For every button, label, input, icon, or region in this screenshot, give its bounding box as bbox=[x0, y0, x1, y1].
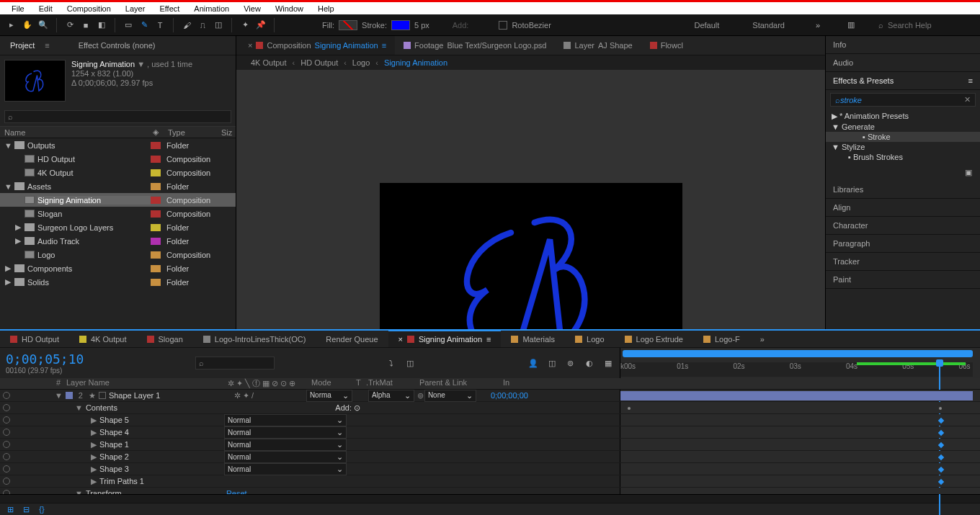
layer-row[interactable]: ▶Shape 5Normal⌄ bbox=[0, 414, 980, 426]
col-name[interactable]: Name bbox=[0, 128, 148, 137]
timeline-tab[interactable]: × Signing Animation ≡ bbox=[388, 331, 502, 347]
layer-row[interactable]: ▶Shape 3Normal⌄ bbox=[0, 463, 980, 475]
eraser-icon[interactable]: ◫ bbox=[213, 19, 224, 31]
effect-item[interactable]: ▼ Stylize bbox=[826, 142, 980, 152]
viewer-tab[interactable]: Footage Blue Text/Surgeon Logo.psd bbox=[395, 36, 555, 55]
tree-row[interactable]: ▼OutputsFolder bbox=[0, 138, 236, 152]
col-siz[interactable]: Siz bbox=[217, 128, 236, 137]
menu-help[interactable]: Help bbox=[311, 1, 342, 16]
zoom-icon[interactable]: 🔍 bbox=[37, 19, 49, 31]
menu-window[interactable]: Window bbox=[268, 1, 311, 16]
timeline-tab[interactable]: Logo Extrude bbox=[615, 331, 693, 347]
stamp-icon[interactable]: ⎍ bbox=[197, 19, 208, 31]
visibility-icon[interactable] bbox=[3, 429, 10, 436]
clear-icon[interactable]: ✕ bbox=[964, 95, 971, 104]
selection-tool-icon[interactable]: ▸ bbox=[6, 19, 17, 31]
current-timecode[interactable]: 0;00;05;10 bbox=[6, 351, 84, 367]
timeline-tab[interactable]: 4K Output bbox=[69, 331, 137, 347]
viewer-tab[interactable]: Flowcl bbox=[641, 36, 695, 55]
panel-menu-icon[interactable]: ≡ bbox=[486, 335, 491, 344]
menu-view[interactable]: View bbox=[236, 1, 268, 16]
panel-tracker[interactable]: Tracker bbox=[826, 253, 980, 271]
help-search-input[interactable] bbox=[888, 21, 974, 30]
in-time[interactable]: 0;00;00;00 bbox=[491, 391, 528, 400]
pan-behind-icon[interactable]: ◧ bbox=[96, 19, 107, 31]
shy-icon[interactable]: 👤 bbox=[527, 357, 539, 369]
effects-search-input[interactable] bbox=[840, 96, 964, 104]
close-icon[interactable]: × bbox=[398, 335, 403, 344]
visibility-icon[interactable] bbox=[3, 404, 10, 411]
visibility-icon[interactable] bbox=[3, 392, 10, 399]
trkmat-select[interactable]: Alpha⌄ bbox=[368, 390, 414, 402]
panel-menu-icon[interactable]: ≡ bbox=[45, 41, 49, 50]
effects-presets-panel[interactable]: Effects & Presets≡ bbox=[826, 72, 980, 90]
roto-icon[interactable]: ✦ bbox=[239, 19, 251, 31]
blend-select[interactable]: Normal⌄ bbox=[224, 451, 347, 463]
mode-select[interactable]: Norma⌄ bbox=[306, 390, 352, 402]
close-icon[interactable]: × bbox=[248, 41, 252, 50]
new-bin-icon[interactable]: ▣ bbox=[963, 166, 974, 178]
viewer-tab[interactable]: ×Composition Signing Animation ≡ bbox=[236, 36, 395, 55]
timeline-tab[interactable]: Logo-IntroLinesThick(OC) bbox=[193, 331, 316, 347]
panel-menu-icon[interactable]: ≡ bbox=[968, 76, 973, 85]
tree-row[interactable]: ▶ComponentsFolder bbox=[0, 261, 236, 275]
effect-controls-tab[interactable]: Effect Controls (none) bbox=[71, 41, 163, 50]
blend-select[interactable]: Normal⌄ bbox=[224, 426, 347, 439]
visibility-icon[interactable] bbox=[3, 453, 10, 460]
menu-animation[interactable]: Animation bbox=[187, 1, 236, 16]
brush-icon[interactable]: 🖌 bbox=[181, 19, 192, 31]
rect-icon[interactable]: ▭ bbox=[122, 19, 134, 31]
layer-row[interactable]: ▶Shape 1Normal⌄ bbox=[0, 439, 980, 451]
layer-row[interactable]: ▼2★Shape Layer 1✲ ✦ /Norma⌄Alpha⌄⊚None⌄0… bbox=[0, 390, 980, 402]
panel-menu-icon[interactable]: ≡ bbox=[382, 41, 386, 50]
effect-item[interactable]: ▼ Generate bbox=[826, 122, 980, 132]
timeline-tab[interactable]: Slogan bbox=[137, 331, 193, 347]
time-ruler[interactable]: k00s01s02s03s04s05s06s bbox=[620, 362, 973, 377]
text-tool-icon[interactable]: T bbox=[154, 19, 166, 31]
layer-row[interactable]: ▶Shape 2Normal⌄ bbox=[0, 451, 980, 463]
project-search-input[interactable]: ⌕ bbox=[4, 110, 231, 123]
roto-checkbox[interactable] bbox=[499, 21, 507, 30]
visibility-icon[interactable] bbox=[3, 441, 10, 448]
camera-icon[interactable]: ■ bbox=[80, 19, 92, 31]
blend-select[interactable]: Normal⌄ bbox=[224, 463, 347, 475]
audio-panel[interactable]: Audio bbox=[826, 54, 980, 72]
breadcrumb-item[interactable]: Signing Animation bbox=[384, 58, 447, 67]
workspace-standard[interactable]: Standard bbox=[747, 21, 790, 30]
tree-row[interactable]: LogoComposition bbox=[0, 248, 236, 261]
stroke-swatch[interactable] bbox=[391, 20, 410, 30]
tree-row[interactable]: ▶SolidsFolder bbox=[0, 275, 236, 289]
tree-row[interactable]: HD OutputComposition bbox=[0, 152, 236, 166]
panel-paint[interactable]: Paint bbox=[826, 271, 980, 289]
layer-row[interactable]: ▶Trim Paths 1 bbox=[0, 475, 980, 488]
timeline-tab[interactable]: Logo bbox=[565, 331, 614, 347]
fill-swatch[interactable] bbox=[339, 20, 357, 30]
layer-search[interactable]: ⌕ bbox=[195, 357, 275, 370]
pin-icon[interactable]: 📌 bbox=[255, 19, 267, 31]
visibility-icon[interactable] bbox=[3, 478, 10, 485]
overflow-icon[interactable]: » bbox=[750, 331, 775, 347]
hand-tool-icon[interactable]: ✋ bbox=[22, 19, 33, 31]
add-icon[interactable]: ⊙ bbox=[354, 403, 360, 412]
blend-select[interactable]: Normal⌄ bbox=[224, 414, 347, 426]
work-area[interactable] bbox=[623, 350, 973, 357]
panels-icon[interactable]: ▥ bbox=[845, 19, 857, 31]
workspace-default[interactable]: Default bbox=[688, 21, 725, 30]
col-type[interactable]: Type bbox=[164, 128, 217, 137]
effect-item[interactable]: ▶ * Animation Presets bbox=[826, 111, 980, 122]
breadcrumb-item[interactable]: 4K Output bbox=[251, 58, 287, 67]
timeline-tab[interactable]: HD Output bbox=[0, 331, 69, 347]
effect-item[interactable]: ▪ Brush Strokes bbox=[826, 152, 980, 162]
comp-settings-icon[interactable]: ◫ bbox=[404, 357, 416, 369]
menu-edit[interactable]: Edit bbox=[32, 1, 60, 16]
reset-link[interactable]: Reset bbox=[226, 489, 247, 494]
panel-libraries[interactable]: Libraries bbox=[826, 181, 980, 199]
stroke-width[interactable]: 5 px bbox=[414, 21, 429, 30]
breadcrumb-item[interactable]: Logo bbox=[352, 58, 370, 67]
tree-row[interactable]: 4K OutputComposition bbox=[0, 166, 236, 179]
chevrons-icon[interactable]: » bbox=[812, 19, 824, 31]
project-tab[interactable]: Project bbox=[3, 41, 42, 50]
toggle-switches-icon[interactable]: ⊞ bbox=[4, 503, 16, 515]
panel-character[interactable]: Character bbox=[826, 217, 980, 235]
layer-row[interactable]: ▶Shape 4Normal⌄ bbox=[0, 426, 980, 439]
